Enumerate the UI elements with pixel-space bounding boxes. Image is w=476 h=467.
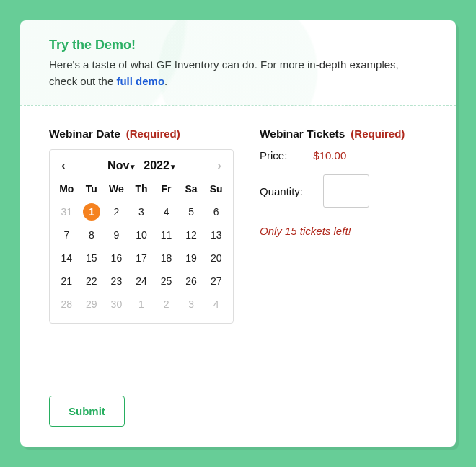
tickets-required: (Required): [351, 128, 405, 140]
intro-title: Try the Demo!: [49, 37, 427, 53]
calendar-day[interactable]: 22: [79, 270, 105, 293]
calendar-day[interactable]: 17: [129, 246, 154, 270]
calendar-day[interactable]: 20: [203, 246, 229, 270]
calendar-day[interactable]: 19: [179, 246, 204, 270]
calendar-weekday: Sa: [179, 180, 204, 200]
stock-message: Only 15 tickets left!: [260, 225, 427, 237]
calendar-day[interactable]: 26: [179, 270, 204, 293]
calendar-day[interactable]: 12: [179, 223, 204, 246]
intro-text-before: Here's a taste of what GF Inventory can …: [49, 58, 399, 87]
calendar-weekday: Th: [129, 180, 154, 200]
submit-button[interactable]: Submit: [49, 396, 125, 427]
calendar-day[interactable]: 28: [54, 293, 79, 316]
calendar-weekday: We: [104, 180, 129, 200]
calendar-day[interactable]: 2: [154, 293, 179, 316]
date-field-label: Webinar Date (Required): [49, 128, 234, 141]
calendar-day[interactable]: 13: [203, 223, 229, 246]
price-value: $10.00: [313, 149, 346, 161]
calendar-day[interactable]: 7: [54, 223, 79, 246]
calendar-day[interactable]: 27: [203, 270, 229, 293]
calendar-day[interactable]: 31: [54, 200, 79, 223]
calendar-day[interactable]: 1: [79, 200, 105, 223]
form-content: Webinar Date (Required) ‹ Nov ▾ 2022 ▾: [20, 106, 456, 324]
calendar-day[interactable]: 21: [54, 270, 79, 293]
quantity-label: Quantity:: [260, 185, 303, 197]
quantity-input[interactable]: [323, 174, 369, 208]
date-required: (Required): [126, 128, 180, 140]
calendar: ‹ Nov ▾ 2022 ▾ › MoTuWeThFrSaSu: [49, 149, 234, 324]
calendar-header: ‹ Nov ▾ 2022 ▾ ›: [54, 156, 229, 180]
calendar-month-text: Nov: [107, 159, 129, 172]
calendar-weekday: Mo: [54, 180, 79, 200]
calendar-day[interactable]: 1: [129, 293, 154, 316]
calendar-day[interactable]: 5: [179, 200, 204, 223]
calendar-month-select[interactable]: Nov ▾: [107, 159, 135, 172]
calendar-day[interactable]: 14: [54, 246, 79, 270]
calendar-title: Nov ▾ 2022 ▾: [107, 159, 175, 172]
calendar-weekday: Fr: [154, 180, 179, 200]
calendar-day[interactable]: 2: [104, 200, 129, 223]
calendar-next-button[interactable]: ›: [214, 159, 224, 173]
chevron-down-icon: ▾: [171, 162, 175, 172]
calendar-day[interactable]: 4: [203, 293, 229, 316]
date-label-text: Webinar Date: [49, 128, 120, 141]
calendar-day[interactable]: 3: [129, 200, 154, 223]
intro-text-after: .: [164, 75, 167, 87]
price-row: Price: $10.00: [260, 149, 427, 161]
calendar-day[interactable]: 23: [104, 270, 129, 293]
date-column: Webinar Date (Required) ‹ Nov ▾ 2022 ▾: [49, 128, 234, 324]
calendar-day[interactable]: 18: [154, 246, 179, 270]
calendar-weekday: Su: [203, 180, 229, 200]
calendar-day[interactable]: 10: [129, 223, 154, 246]
calendar-day[interactable]: 3: [179, 293, 204, 316]
calendar-day[interactable]: 30: [104, 293, 129, 316]
full-demo-link[interactable]: full demo: [116, 75, 164, 87]
calendar-day[interactable]: 4: [154, 200, 179, 223]
calendar-day[interactable]: 16: [104, 246, 129, 270]
calendar-day[interactable]: 15: [79, 246, 105, 270]
calendar-day[interactable]: 8: [79, 223, 105, 246]
calendar-year-select[interactable]: 2022 ▾: [144, 159, 175, 172]
calendar-year-text: 2022: [144, 159, 169, 172]
tickets-field-label: Webinar Tickets (Required): [260, 128, 427, 141]
quantity-row: Quantity:: [260, 174, 427, 208]
calendar-day[interactable]: 6: [203, 200, 229, 223]
demo-card: Try the Demo! Here's a taste of what GF …: [20, 20, 456, 447]
price-label: Price:: [260, 149, 287, 161]
calendar-day[interactable]: 25: [154, 270, 179, 293]
intro-section: Try the Demo! Here's a taste of what GF …: [20, 20, 456, 106]
calendar-weekday: Tu: [79, 180, 105, 200]
calendar-day[interactable]: 11: [154, 223, 179, 246]
calendar-prev-button[interactable]: ‹: [58, 159, 69, 173]
calendar-day[interactable]: 9: [104, 223, 129, 246]
tickets-label-text: Webinar Tickets: [260, 128, 345, 141]
intro-text: Here's a taste of what GF Inventory can …: [49, 57, 427, 89]
calendar-day[interactable]: 29: [79, 293, 105, 316]
chevron-down-icon: ▾: [131, 162, 135, 172]
calendar-grid: MoTuWeThFrSaSu 3112345678910111213141516…: [54, 180, 229, 316]
calendar-day[interactable]: 24: [129, 270, 154, 293]
form-footer: Submit: [49, 396, 125, 427]
tickets-column: Webinar Tickets (Required) Price: $10.00…: [260, 128, 427, 324]
